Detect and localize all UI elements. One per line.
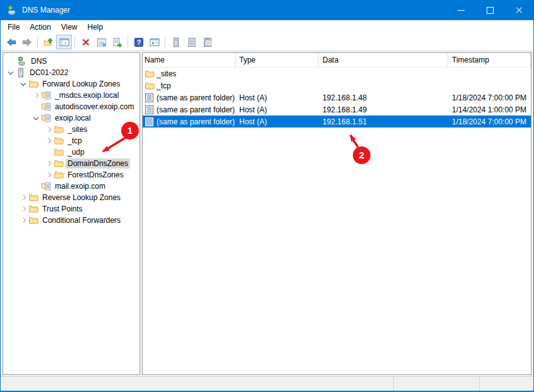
- tree-item-mail-exoip-com[interactable]: mail.exoip.com: [3, 181, 139, 192]
- list-body: _sites_tcp(same as parent folder)Host (A…: [143, 68, 531, 128]
- chevron-right-icon[interactable]: [18, 218, 28, 222]
- tree-item-tcp[interactable]: _tcp: [3, 135, 139, 146]
- tree-item-label: _msdcs.exoip.local: [53, 90, 121, 100]
- help-button[interactable]: ?: [131, 35, 146, 49]
- delete-icon: [81, 37, 91, 47]
- chevron-right-icon[interactable]: [44, 173, 54, 177]
- record-timestamp: 1/14/2024 1:00:00 PM: [448, 105, 531, 114]
- menu-view[interactable]: View: [56, 21, 83, 33]
- tree-item-msdcs-exoip-local[interactable]: _msdcs.exoip.local: [3, 90, 139, 101]
- record-icon: [145, 105, 155, 115]
- export-list-button[interactable]: [109, 35, 125, 49]
- menu-action[interactable]: Action: [25, 21, 56, 33]
- zone-icon: [41, 90, 53, 100]
- chevron-right-icon[interactable]: [44, 162, 54, 165]
- show-console-tree-icon: [59, 37, 69, 47]
- tree-item-label: exoip.local: [53, 113, 93, 123]
- folder-icon: [28, 215, 40, 225]
- console-tree-pane: DNSDC01-2022Forward Lookup Zones_msdcs.e…: [3, 52, 140, 375]
- tree-item-trust-points[interactable]: Trust Points: [3, 203, 139, 215]
- table-row-192-168-1-49[interactable]: (same as parent folder)Host (A)192.168.1…: [143, 104, 531, 116]
- tree-item-label: Conditional Forwarders: [40, 215, 122, 225]
- tree-item-label: _tcp: [66, 136, 84, 146]
- forward-icon: [22, 37, 32, 47]
- menu-bar: File Action View Help: [1, 20, 533, 33]
- record-list-button[interactable]: [184, 35, 199, 49]
- server-button[interactable]: [168, 35, 184, 49]
- chevron-right-icon[interactable]: [18, 207, 28, 211]
- back-button[interactable]: [3, 35, 19, 49]
- server-icon: [171, 37, 181, 47]
- close-button[interactable]: [504, 0, 533, 20]
- tree-item-reverse-lookup-zones[interactable]: Reverse Lookup Zones: [3, 192, 139, 203]
- column-header-timestamp[interactable]: Timestamp: [448, 53, 531, 67]
- delete-button[interactable]: [78, 35, 93, 49]
- record-name: _tcp: [157, 81, 171, 90]
- toolbar: ?: [1, 33, 533, 51]
- folder-icon: [54, 124, 66, 134]
- chevron-right-icon[interactable]: [44, 128, 54, 131]
- record-name: (same as parent folder): [157, 117, 235, 126]
- tree-item-domaindnszones[interactable]: DomainDnsZones: [3, 158, 139, 169]
- chevron-down-icon[interactable]: [31, 117, 41, 119]
- clipboard-button[interactable]: [199, 35, 215, 49]
- record-timestamp: 1/18/2024 7:00:00 PM: [448, 117, 531, 126]
- dns-app-icon: [7, 5, 17, 15]
- titlebar: DNS Manager: [1, 0, 533, 20]
- forward-button[interactable]: [19, 35, 35, 49]
- back-icon: [6, 37, 16, 47]
- chevron-right-icon[interactable]: [18, 196, 28, 199]
- up-one-level-icon: [44, 37, 54, 47]
- folder-icon: [54, 147, 66, 157]
- show-console-tree-button[interactable]: [56, 35, 72, 49]
- folder-icon: [28, 79, 40, 89]
- minimize-icon: [458, 10, 465, 11]
- properties-button[interactable]: [93, 35, 109, 49]
- menu-help[interactable]: Help: [83, 21, 109, 33]
- tree-item-exoip-local[interactable]: exoip.local: [3, 112, 139, 124]
- tree-item-autodiscover-exoip-com[interactable]: autodiscover.exoip.com: [3, 101, 139, 112]
- minimize-button[interactable]: [446, 0, 475, 20]
- record-data: 192.168.1.48: [319, 93, 448, 102]
- tree-item-forward-lookup-zones[interactable]: Forward Lookup Zones: [3, 78, 139, 90]
- chevron-down-icon[interactable]: [18, 83, 28, 85]
- table-row-sites[interactable]: _sites: [143, 68, 531, 80]
- table-row-tcp[interactable]: _tcp: [143, 80, 531, 92]
- column-header-type[interactable]: Type: [235, 53, 319, 67]
- chevron-right-icon[interactable]: [44, 139, 54, 143]
- toolbar-separator: [128, 37, 128, 48]
- main-area: DNSDC01-2022Forward Lookup Zones_msdcs.e…: [1, 51, 533, 376]
- status-bar-section-3: [479, 377, 533, 391]
- tree-item-dc01-2022[interactable]: DC01-2022: [3, 67, 139, 78]
- table-row-192-168-1-48[interactable]: (same as parent folder)Host (A)192.168.1…: [143, 92, 531, 104]
- column-header-data[interactable]: Data: [319, 53, 448, 67]
- record-type: Host (A): [235, 105, 319, 114]
- svg-text:?: ?: [136, 39, 141, 46]
- folder-icon: [54, 136, 66, 146]
- chevron-right-icon[interactable]: [31, 93, 41, 97]
- tree-item-dns[interactable]: DNS: [3, 56, 139, 67]
- folder-icon: [28, 193, 40, 203]
- new-window-button[interactable]: [146, 35, 162, 49]
- record-name: _sites: [157, 69, 176, 78]
- table-row-192-168-1-51[interactable]: (same as parent folder)Host (A)192.168.1…: [143, 116, 531, 128]
- chevron-down-icon[interactable]: [6, 71, 16, 74]
- tree-item-conditional-forwarders[interactable]: Conditional Forwarders: [3, 215, 139, 226]
- tree-item-sites[interactable]: _sites: [3, 124, 139, 135]
- menu-file[interactable]: File: [3, 21, 25, 33]
- records-list-pane: Name Type Data Timestamp _sites_tcp(same…: [142, 52, 531, 375]
- tree-item-label: DNS: [29, 56, 49, 66]
- maximize-button[interactable]: [475, 0, 504, 20]
- close-icon: [515, 6, 523, 14]
- tree-item-label: DC01-2022: [28, 68, 70, 78]
- tree-item-label: _sites: [66, 124, 89, 134]
- tree-item-udp[interactable]: _udp: [3, 146, 139, 158]
- tree-item-forestdnszones[interactable]: ForestDnsZones: [3, 169, 139, 181]
- tree-item-label: Forward Lookup Zones: [40, 79, 122, 89]
- window-controls: [446, 0, 533, 20]
- record-name: (same as parent folder): [157, 93, 235, 102]
- zone-icon: [41, 102, 53, 112]
- tree-item-label: autodiscover.exoip.com: [53, 102, 136, 112]
- up-one-level-button[interactable]: [40, 35, 56, 49]
- column-header-name[interactable]: Name: [143, 53, 235, 67]
